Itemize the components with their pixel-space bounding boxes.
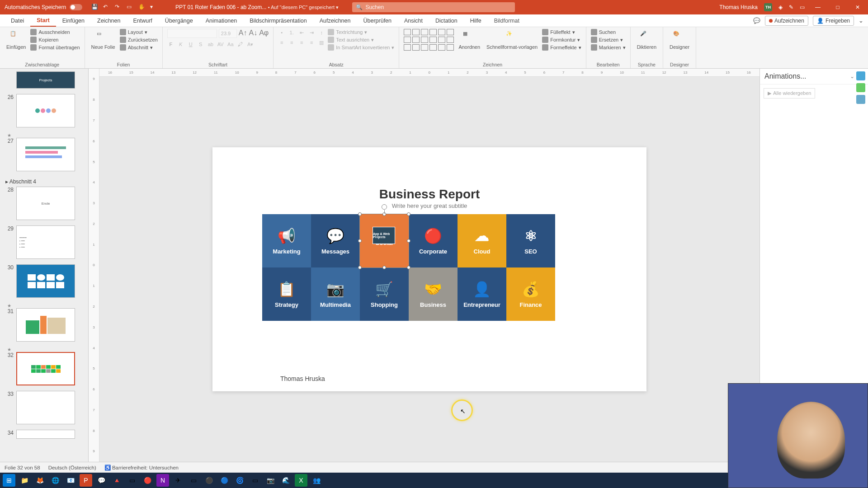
slide-thumb-28[interactable]: Ende	[16, 187, 75, 220]
increase-font-icon[interactable]: A↑	[239, 29, 247, 38]
chrome-icon[interactable]: 🌐	[49, 474, 61, 487]
autosave-toggle[interactable]	[70, 4, 82, 10]
case-button[interactable]: Aa	[227, 41, 234, 48]
numbering-icon[interactable]: 1.	[288, 29, 295, 36]
onenote-icon[interactable]: N	[156, 474, 169, 487]
quick-styles-button[interactable]: ✨Schnellformat-vorlagen	[485, 29, 539, 52]
reset-button[interactable]: Zurücksetzen	[120, 37, 158, 43]
shape-outline-button[interactable]: Formkontur ▾	[542, 37, 581, 43]
app-icon-1[interactable]: 💬	[95, 474, 108, 487]
font-family-input[interactable]	[167, 29, 217, 38]
obs-icon[interactable]: ⚫	[203, 474, 215, 487]
tab-aufzeichnen[interactable]: Aufzeichnen	[313, 15, 357, 26]
close-button[interactable]: ✕	[851, 3, 864, 12]
indent-dec-icon[interactable]: ⇤	[298, 29, 305, 36]
justify-icon[interactable]: ≡	[308, 39, 315, 46]
italic-button[interactable]: K	[177, 41, 184, 48]
record-button[interactable]: Aufzeichnen	[765, 16, 808, 26]
side-tool-1[interactable]	[856, 71, 865, 80]
slide-title[interactable]: Business Report	[212, 187, 646, 202]
undo-icon[interactable]: ↶	[103, 4, 110, 11]
tab-start[interactable]: Start	[30, 15, 56, 27]
explorer-icon[interactable]: 📁	[18, 474, 31, 487]
slide-thumb-27[interactable]	[16, 138, 75, 171]
spacing-button[interactable]: AV	[217, 41, 224, 48]
present-icon[interactable]: ▭	[127, 4, 134, 11]
align-left-icon[interactable]: ≡	[278, 39, 285, 46]
app-icon-3[interactable]: 🔴	[141, 474, 154, 487]
slide-thumb-29[interactable]: ━━━━• ━━• ━━• ━━	[16, 225, 75, 259]
replace-button[interactable]: Ersetzen ▾	[591, 37, 626, 43]
tab-entwurf[interactable]: Entwurf	[127, 15, 158, 26]
tile-cloud[interactable]: ☁Cloud	[458, 214, 506, 267]
search-input[interactable]	[365, 4, 511, 10]
indent-inc-icon[interactable]: ⇥	[308, 29, 315, 36]
maximize-button[interactable]: □	[831, 3, 844, 12]
shapes-gallery[interactable]	[404, 29, 454, 51]
comments-icon[interactable]: 💬	[753, 17, 760, 24]
tile-business[interactable]: 🤝Business	[409, 267, 458, 321]
collapse-ribbon-icon[interactable]: ⌄	[859, 17, 863, 24]
font-color-button[interactable]: A▾	[247, 41, 254, 48]
tile-seo[interactable]: ⚛SEO	[506, 214, 555, 267]
find-button[interactable]: Suchen	[591, 29, 626, 35]
shape-fill-button[interactable]: Fülleffekt ▾	[542, 29, 581, 35]
minimize-button[interactable]: —	[811, 3, 825, 12]
shadow-button[interactable]: ab	[207, 41, 214, 48]
tile-marketing[interactable]: 📢Marketing	[262, 214, 311, 267]
app-icon-8[interactable]: 📷	[264, 474, 277, 487]
side-tool-3[interactable]	[856, 95, 865, 104]
redo-icon[interactable]: ↷	[115, 4, 122, 11]
share-button[interactable]: 👤Freigeben	[813, 16, 854, 26]
align-center-icon[interactable]: ≡	[288, 39, 295, 46]
line-spacing-icon[interactable]: ↕	[318, 29, 325, 36]
shape-effects-button[interactable]: Formeffekte ▾	[542, 44, 581, 51]
tab-animationen[interactable]: Animationen	[199, 15, 244, 26]
app-icon-7[interactable]: ▭	[249, 474, 261, 487]
tab-ansicht[interactable]: Ansicht	[398, 15, 429, 26]
accessibility-status[interactable]: ♿ Barrierefreiheit: Untersuchen	[104, 465, 179, 471]
font-size-input[interactable]	[219, 29, 237, 38]
side-tool-2[interactable]	[856, 83, 865, 92]
window-layout-icon[interactable]: ▭	[800, 4, 805, 10]
telegram-icon[interactable]: ✈	[172, 474, 184, 487]
slide-thumb-34[interactable]	[16, 430, 75, 439]
dragged-thumbnail[interactable]: App & Web Projects	[373, 227, 395, 244]
slide-subtitle[interactable]: Write here your great subtitle	[212, 202, 646, 209]
save-icon[interactable]: 💾	[91, 4, 99, 11]
slide-canvas[interactable]: Business Report Write here your great su…	[99, 77, 760, 462]
decrease-font-icon[interactable]: A↓	[249, 29, 257, 38]
app-icon-2[interactable]: ▭	[126, 474, 138, 487]
tile-messages[interactable]: 💬Messages	[311, 214, 360, 267]
align-right-icon[interactable]: ≡	[298, 39, 305, 46]
slide-thumb-31[interactable]	[16, 308, 75, 342]
slide-thumb-33[interactable]	[16, 391, 75, 424]
tab-hilfe[interactable]: Hilfe	[464, 15, 488, 26]
copy-button[interactable]: Kopieren	[30, 37, 80, 43]
slide-author[interactable]: Thomas Hruska	[280, 375, 325, 382]
section-header[interactable]: ▸ Abschnitt 4	[5, 177, 83, 187]
section-button[interactable]: Abschnitt ▾	[120, 44, 158, 51]
new-slide-button[interactable]: ▭Neue Folie	[90, 29, 117, 52]
app-icon-6[interactable]: 🌀	[233, 474, 246, 487]
strike-button[interactable]: S	[197, 41, 204, 48]
drawing-tool-icon[interactable]: ✎	[789, 4, 793, 10]
outlook-icon[interactable]: 📧	[64, 474, 77, 487]
tab-bildformat[interactable]: Bildformat	[488, 15, 526, 26]
user-avatar[interactable]: TH	[764, 3, 772, 11]
slide-thumb-25[interactable]: Projects	[16, 71, 75, 89]
tab-uebergaenge[interactable]: Übergänge	[159, 15, 199, 26]
tile-entrepreneur[interactable]: 👤Entrepreneur	[458, 267, 506, 321]
tab-zeichnen[interactable]: Zeichnen	[91, 15, 127, 26]
tile-multimedia[interactable]: 📷Multimedia	[311, 267, 360, 321]
underline-button[interactable]: U	[187, 41, 194, 48]
slide-thumb-30[interactable]	[16, 264, 75, 298]
paste-button[interactable]: 📋Einfügen	[5, 29, 28, 52]
tab-einfuegen[interactable]: Einfügen	[56, 15, 91, 26]
tile-social[interactable]: SocialApp & Web Projects	[360, 214, 409, 267]
tile-corporate[interactable]: 🔴Corporate	[409, 214, 458, 267]
slide-counter[interactable]: Folie 32 von 58	[5, 465, 40, 470]
vlc-icon[interactable]: 🔺	[110, 474, 123, 487]
tab-bildschirm[interactable]: Bildschirmpräsentation	[243, 15, 313, 26]
bullets-icon[interactable]: ⦁	[278, 29, 285, 36]
